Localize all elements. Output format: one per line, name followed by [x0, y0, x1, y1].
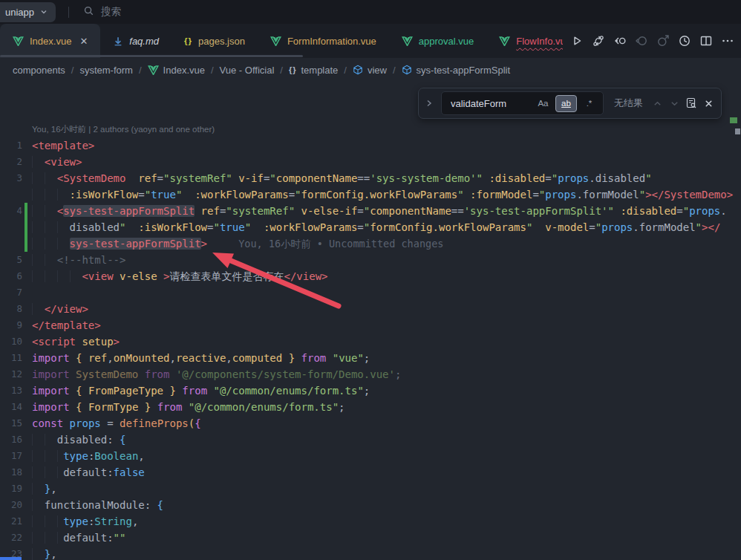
code-line-wrap[interactable]: sys-test-appFormSplit> You, 16小时前 • Unco…: [0, 235, 741, 252]
tab-faq-md[interactable]: faq.md: [100, 24, 172, 58]
breadcrumb: components/system-form/Index.vue/Vue - O…: [0, 58, 741, 82]
find-widget: Aa ab .* 无结果: [418, 88, 722, 119]
code-line-13[interactable]: 13import { FromPageType } from "@/common…: [0, 382, 741, 399]
line-number: 4: [0, 203, 22, 219]
nav-forward-icon: [656, 33, 670, 48]
code-rows: You, 16小时前 | 2 authors (yaoyn and one ot…: [0, 82, 741, 560]
json-icon: {}: [184, 36, 192, 45]
find-previous-button[interactable]: [652, 94, 663, 112]
code-line-10[interactable]: 10<script setup>: [0, 333, 741, 350]
timeline-button[interactable]: [674, 31, 694, 51]
code-line-18[interactable]: 18 default:false: [0, 464, 741, 481]
tab-scrollbar[interactable]: [0, 55, 303, 57]
toggle-replace-chevron-icon[interactable]: [423, 99, 435, 108]
line-number: 15: [0, 415, 22, 432]
workspace-switcher[interactable]: uniapp: [0, 2, 56, 22]
close-icon[interactable]: [703, 94, 714, 112]
line-number: 9: [0, 317, 22, 333]
vue-icon: [499, 36, 510, 46]
code-line-23[interactable]: 23 },: [0, 546, 741, 560]
breadcrumb-separator: /: [71, 65, 74, 76]
tab-flowinfo-vu[interactable]: FlowInfo.vu: [486, 24, 563, 58]
title-bar: uniapp 搜索: [0, 0, 741, 24]
find-next-button[interactable]: [669, 94, 680, 112]
nav-forward-button[interactable]: [653, 31, 673, 51]
code-line-6[interactable]: 6 <view v-else >请检查表单文件是否存在</view>: [0, 268, 741, 284]
code-line-3[interactable]: 3 <SystemDemo ref="systemRef" v-if="comp…: [0, 170, 741, 186]
breadcrumb-separator: /: [211, 65, 214, 76]
code-line-9[interactable]: 9</template>: [0, 317, 741, 333]
breadcrumb-item-template[interactable]: {}template: [289, 65, 338, 76]
code-text: import { FormType } from "@/common/enums…: [32, 399, 345, 415]
line-number: 8: [0, 301, 22, 317]
line-number: 10: [0, 333, 22, 350]
code-line-4[interactable]: 4 <sys-test-appFormSplit ref="systemRef"…: [0, 203, 741, 219]
tab-forminformation-vue[interactable]: FormInformation.vue: [258, 24, 389, 58]
code-line-14[interactable]: 14import { FormType } from "@/common/enu…: [0, 399, 741, 415]
code-text: <view>: [32, 154, 82, 170]
code-line-19[interactable]: 19 },: [0, 481, 741, 497]
breadcrumb-item-sys-test-appformsplit[interactable]: sys-test-appFormSplit: [402, 65, 510, 76]
tab-index-vue[interactable]: Index.vue✕: [0, 24, 100, 58]
breadcrumb-item-index-vue[interactable]: Index.vue: [148, 65, 205, 76]
breadcrumb-label: Index.vue: [163, 65, 205, 76]
code-line-16[interactable]: 16 disabled: {: [0, 432, 741, 448]
code-line-12[interactable]: 12import SystemDemo from '@/components/s…: [0, 366, 741, 382]
breadcrumb-item-vue-official[interactable]: Vue - Official: [220, 65, 275, 76]
code-line-5[interactable]: 5 <!--html-->: [0, 252, 741, 268]
nav-back-button[interactable]: [631, 31, 651, 51]
breadcrumb-item-view[interactable]: view: [353, 65, 387, 76]
overview-ruler-marker: [735, 128, 740, 134]
code-text: You, 16小时前 | 2 authors (yaoyn and one ot…: [32, 121, 215, 137]
find-results-count: 无结果: [614, 97, 643, 110]
breadcrumb-separator: /: [393, 65, 396, 76]
code-line-11[interactable]: 11import { ref,onMounted,reactive,comput…: [0, 350, 741, 366]
codelens[interactable]: You, 16小时前 | 2 authors (yaoyn and one ot…: [0, 121, 741, 137]
code-line-1[interactable]: 1<template>: [0, 137, 741, 154]
find-input[interactable]: [449, 97, 531, 110]
code-text: const props = defineProps({: [32, 415, 201, 432]
breadcrumb-separator: /: [280, 65, 283, 76]
vue-icon: [402, 36, 413, 46]
open-changes-button[interactable]: [610, 31, 630, 51]
code-editor[interactable]: You, 16小时前 | 2 authors (yaoyn and one ot…: [0, 82, 741, 560]
line-number: 5: [0, 252, 22, 268]
split-editor-button[interactable]: [696, 31, 716, 51]
code-line-wrap[interactable]: :isWorkFlow="true" :workFlowParams="form…: [0, 186, 741, 203]
more-actions-button[interactable]: [717, 31, 737, 51]
global-search[interactable]: 搜索: [83, 5, 121, 19]
run-icon: [569, 33, 584, 48]
match-case-button[interactable]: Aa: [533, 96, 553, 111]
code-text: <SystemDemo ref="systemRef" v-if="compon…: [32, 170, 652, 186]
find-in-selection-icon[interactable]: [685, 94, 697, 112]
run-button[interactable]: [567, 31, 587, 51]
whole-word-button[interactable]: ab: [555, 95, 577, 112]
code-line-22[interactable]: 22 default:"": [0, 530, 741, 546]
compare-changes-button[interactable]: [588, 31, 608, 51]
code-text: <sys-test-appFormSplit ref="systemRef" v…: [32, 203, 727, 219]
code-line-20[interactable]: 20 functionalModule: {: [0, 497, 741, 513]
regex-button[interactable]: .*: [579, 96, 599, 111]
code-text: type:String,: [32, 513, 138, 530]
open-changes-icon: [613, 33, 627, 48]
code-text: <template>: [32, 137, 94, 154]
close-icon[interactable]: ✕: [79, 36, 88, 46]
code-line-17[interactable]: 17 type:Boolean,: [0, 448, 741, 464]
line-number: 11: [0, 350, 22, 366]
code-text: default:false: [32, 464, 145, 481]
code-line-2[interactable]: 2 <view>: [0, 154, 741, 170]
tab-approval-vue[interactable]: approval.vue: [389, 24, 486, 58]
code-line-21[interactable]: 21 type:String,: [0, 513, 741, 530]
tab-pages-json[interactable]: {}pages.json: [172, 24, 258, 58]
code-line-wrap[interactable]: disabled" :isWorkFlow="true" :workFlowPa…: [0, 219, 741, 235]
code-line-7[interactable]: 7: [0, 284, 741, 301]
breadcrumb-label: view: [368, 65, 387, 76]
line-number: 6: [0, 268, 22, 284]
breadcrumb-item-components[interactable]: components: [13, 65, 65, 76]
code-text: default:"": [32, 530, 125, 546]
bottom-left-accent: [0, 557, 22, 560]
code-line-15[interactable]: 15const props = defineProps({: [0, 415, 741, 432]
breadcrumb-item-system-form[interactable]: system-form: [79, 65, 133, 76]
tab-label: FormInformation.vue: [287, 36, 376, 47]
code-line-8[interactable]: 8 </view>: [0, 301, 741, 317]
